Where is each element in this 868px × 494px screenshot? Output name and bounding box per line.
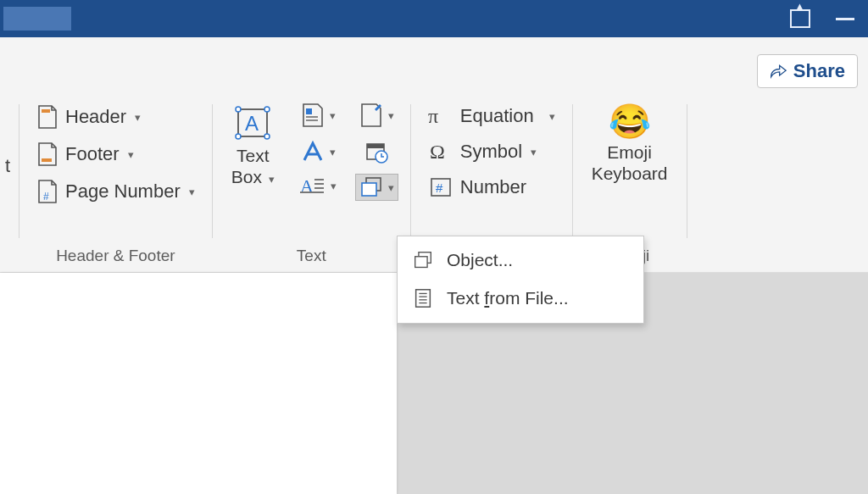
footer-button[interactable]: Footer ▾ [31,138,200,170]
page-number-label: Page Number [65,180,181,203]
emoji-label-2: Keyboard [592,163,668,184]
group-text: A Text Box ▾ ▾ ▾ [213,94,410,272]
symbol-icon: Ω [428,140,453,164]
chevron-down-icon: ▾ [189,186,195,198]
share-button[interactable]: Share [757,54,858,88]
minimize-button[interactable] [836,18,854,20]
svg-rect-10 [306,116,318,118]
chevron-down-icon: ▾ [135,111,141,124]
date-time-button[interactable] [361,138,392,165]
share-label: Share [793,60,845,82]
svg-rect-18 [367,144,384,148]
svg-rect-11 [306,119,318,121]
equation-icon: π [428,104,453,128]
text-box-label-1: Text [236,145,270,166]
group-title-header-footer: Header & Footer [56,247,175,267]
signature-line-button[interactable]: ▾ [356,101,398,130]
symbol-button[interactable]: Ω Symbol ▾ [423,136,560,167]
equation-button[interactable]: π Equation ▾ [423,101,560,131]
svg-rect-15 [314,187,324,189]
emoji-label-1: Emoji [607,142,652,163]
number-icon: # [428,175,453,199]
chevron-down-icon: ▾ [330,109,336,122]
equation-label: Equation [460,105,534,127]
wordart-button[interactable]: ▾ [298,138,339,165]
text-box-label-2: Box [231,167,262,186]
svg-point-5 [264,107,270,112]
chevron-down-icon: ▾ [388,109,394,122]
svg-rect-21 [362,183,376,196]
ribbon-display-options-icon[interactable] [790,9,810,28]
drop-cap-button[interactable]: A ▾ [297,174,340,197]
emoji-joy-icon: 😂 [609,104,651,138]
chevron-down-icon: ▾ [331,180,337,192]
svg-rect-16 [300,191,324,193]
object-button[interactable]: ▾ [355,174,398,201]
previous-group-fragment: t [5,94,19,272]
object-icon [413,251,433,269]
chevron-down-icon: ▾ [128,148,134,161]
document-page[interactable] [0,273,397,494]
menu-item-text-from-file-label: Text from File... [447,288,569,308]
quick-access-area [3,7,71,31]
chevron-down-icon: ▾ [330,146,336,158]
object-icon [359,176,383,198]
svg-rect-14 [314,183,324,185]
svg-rect-13 [314,179,324,180]
header-button[interactable]: Header ▾ [31,101,200,133]
svg-rect-27 [415,257,427,268]
menu-item-text-from-file[interactable]: Text from File... [398,279,643,318]
chevron-down-icon: ▾ [269,173,275,186]
group-header-footer: Header ▾ Footer ▾ # Page Number ▾ Head [19,94,212,272]
quick-parts-button[interactable]: ▾ [298,101,339,130]
page-number-icon: # [36,179,58,204]
header-icon [36,104,58,130]
drop-cap-icon: A [300,175,326,196]
footer-icon [36,142,58,167]
svg-rect-28 [416,290,431,307]
date-time-icon [364,140,388,164]
svg-text:A: A [245,112,259,135]
chevron-down-icon: ▾ [531,146,537,158]
svg-rect-1 [42,158,52,162]
text-box-button[interactable]: A Text Box ▾ [225,101,281,191]
chevron-down-icon: ▾ [388,181,394,194]
wordart-icon [301,140,325,164]
header-label: Header [65,106,126,128]
emoji-keyboard-button[interactable]: 😂 Emoji Keyboard [585,101,675,187]
svg-rect-0 [42,109,50,113]
footer-label: Footer [65,143,120,165]
svg-point-7 [264,134,270,139]
svg-rect-9 [306,108,312,114]
signature-line-icon [359,103,383,128]
number-button[interactable]: # Number [423,172,560,203]
svg-text:π: π [428,105,438,127]
number-label: Number [460,176,526,198]
svg-text:#: # [436,180,443,195]
svg-point-6 [236,134,241,139]
menu-item-object-label: Object... [447,250,513,270]
text-file-icon [413,287,433,309]
text-box-icon: A [233,104,272,142]
group-title-text: Text [297,247,326,267]
page-number-button[interactable]: # Page Number ▾ [31,175,200,208]
symbol-label: Symbol [460,141,522,163]
share-icon [770,64,787,79]
group-divider [687,104,687,238]
menu-item-object[interactable]: Object... [398,241,643,279]
chevron-down-icon: ▾ [549,110,555,123]
object-dropdown-menu: Object... Text from File... [397,236,644,324]
quick-parts-icon [301,103,325,128]
svg-text:Ω: Ω [430,141,445,163]
svg-text:#: # [43,191,49,203]
title-bar [0,0,868,37]
svg-point-4 [236,107,241,112]
